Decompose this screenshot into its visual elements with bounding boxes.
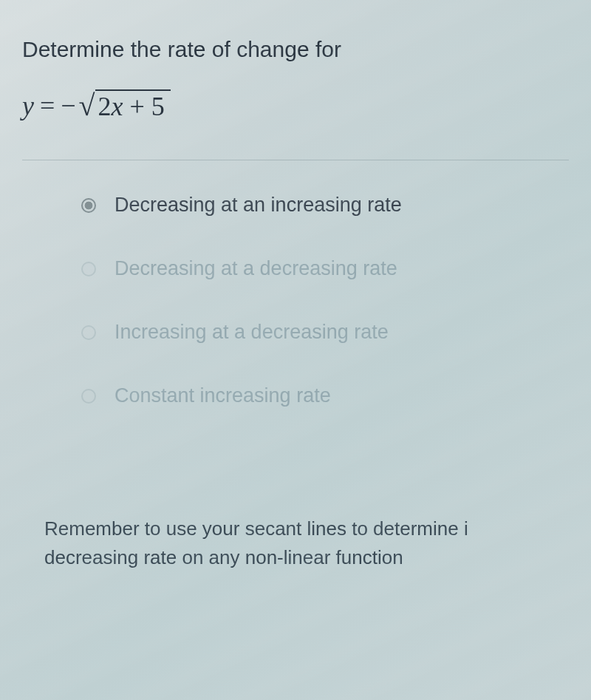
sqrt-symbol: √ (79, 88, 95, 123)
option-label: Increasing at a decreasing rate (115, 321, 389, 344)
radio-icon (81, 325, 96, 340)
hint-line-2: decreasing rate on any non-linear functi… (44, 546, 403, 568)
sqrt-expression: √ 2x + 5 (79, 88, 171, 123)
radicand-const: 5 (151, 92, 165, 121)
equation-lhs: y (22, 90, 34, 121)
radio-icon (81, 262, 96, 276)
radicand-plus: + (130, 92, 145, 121)
equation: y = − √ 2x + 5 (22, 88, 569, 123)
equation-equals: = (40, 90, 55, 121)
hint-container: Remember to use your secant lines to det… (0, 514, 591, 594)
radicand-var: x (112, 92, 123, 121)
sqrt-radicand: 2x + 5 (95, 89, 171, 122)
radicand-coeff: 2 (98, 92, 112, 121)
option-label: Constant increasing rate (115, 384, 331, 407)
equation-negative: − (61, 90, 75, 121)
options-container: Decreasing at an increasing rate Decreas… (22, 194, 569, 407)
radio-icon (81, 389, 96, 404)
question-prompt: Determine the rate of change for (22, 37, 569, 62)
option-1[interactable]: Decreasing at an increasing rate (81, 194, 569, 217)
option-label: Decreasing at a decreasing rate (115, 257, 397, 280)
option-2[interactable]: Decreasing at a decreasing rate (81, 257, 569, 280)
divider (22, 160, 569, 160)
option-3[interactable]: Increasing at a decreasing rate (81, 321, 569, 344)
option-4[interactable]: Constant increasing rate (81, 384, 569, 407)
hint-line-1: Remember to use your secant lines to det… (44, 517, 468, 540)
hint-text: Remember to use your secant lines to det… (44, 514, 569, 572)
question-container: Determine the rate of change for y = − √… (0, 0, 591, 470)
option-label: Decreasing at an increasing rate (115, 194, 402, 217)
radio-icon (81, 198, 96, 213)
